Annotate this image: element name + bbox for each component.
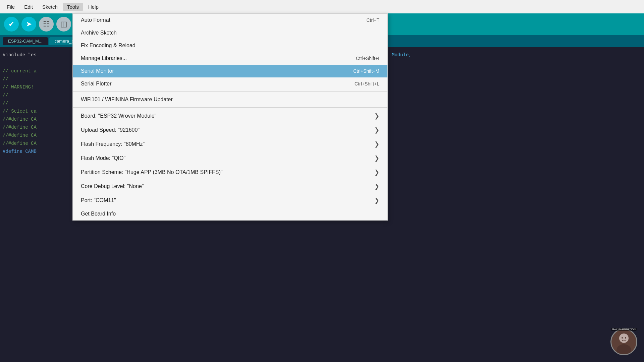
menu-wifi101[interactable]: WiFi101 / WiFiNINA Firmware Updater (73, 93, 387, 106)
serial-plotter-shortcut: Ctrl+Shift+L (355, 81, 379, 86)
serial-monitor-shortcut: Ctrl+Shift+M (353, 68, 379, 74)
code-line-5: // WARNING! (3, 83, 69, 91)
menu-file[interactable]: File (3, 3, 19, 11)
code-line-10: //#define CA (3, 123, 69, 131)
menu-board[interactable]: Board: "ESP32 Wrover Module" ❯ (73, 109, 387, 123)
svg-point-1 (619, 334, 629, 343)
divider-1 (73, 92, 387, 92)
code-line-7: // (3, 99, 69, 107)
menu-sketch[interactable]: Sketch (38, 3, 62, 11)
board-label: Board: "ESP32 Wrover Module" (81, 113, 156, 119)
menu-manage-libraries[interactable]: Manage Libraries... Ctrl+Shift+I (73, 52, 387, 65)
archive-sketch-label: Archive Sketch (81, 30, 117, 36)
auto-format-label: Auto Format (81, 17, 110, 23)
get-board-info-label: Get Board Info (81, 211, 116, 217)
code-line-2 (3, 59, 69, 67)
avatar-label: MAX IMAGINATION (611, 328, 637, 331)
menu-edit[interactable]: Edit (20, 3, 37, 11)
manage-libraries-shortcut: Ctrl+Shift+I (356, 56, 379, 61)
port-arrow-icon: ❯ (374, 197, 379, 204)
tab-main[interactable]: ESP32-CAM_M... (3, 37, 48, 45)
code-line-9: //#define CA (3, 115, 69, 123)
code-line-4: // (3, 75, 69, 83)
menu-fix-encoding[interactable]: Fix Encoding & Reload (73, 39, 387, 52)
menu-help[interactable]: Help (84, 3, 103, 11)
upload-speed-label: Upload Speed: "921600" (81, 127, 140, 133)
menu-archive-sketch[interactable]: Archive Sketch (73, 26, 387, 39)
verify-button[interactable]: ✔ (4, 17, 19, 32)
new-button[interactable]: ☷ (39, 17, 54, 32)
core-debug-arrow-icon: ❯ (374, 183, 379, 190)
menu-auto-format[interactable]: Auto Format Ctrl+T (73, 14, 387, 26)
board-arrow-icon: ❯ (374, 112, 379, 120)
code-editor-right: Module, (389, 47, 414, 63)
menu-flash-frequency[interactable]: Flash Frequency: "80MHz" ❯ (73, 137, 387, 151)
code-line-12: //#define CA (3, 139, 69, 147)
divider-2 (73, 107, 387, 108)
menu-flash-mode[interactable]: Flash Mode: "QIO" ❯ (73, 151, 387, 165)
partition-scheme-arrow-icon: ❯ (374, 169, 379, 176)
auto-format-shortcut: Ctrl+T (367, 17, 380, 23)
partition-scheme-label: Partition Scheme: "Huge APP (3MB No OTA/… (81, 169, 222, 175)
code-right-module: Module, (392, 51, 412, 59)
serial-plotter-label: Serial Plotter (81, 81, 112, 87)
code-editor-left: #include "es // current a // // WARNING!… (0, 47, 72, 362)
menu-get-board-info[interactable]: Get Board Info (73, 207, 387, 220)
flash-frequency-arrow-icon: ❯ (374, 140, 379, 148)
fix-encoding-label: Fix Encoding & Reload (81, 43, 136, 49)
avatar-image (611, 329, 636, 354)
code-line-8: // Select ca (3, 107, 69, 115)
menubar: File Edit Sketch Tools Help (0, 0, 644, 13)
serial-button[interactable]: ◫ (56, 17, 71, 32)
menu-upload-speed[interactable]: Upload Speed: "921600" ❯ (73, 123, 387, 137)
menu-tools[interactable]: Tools (63, 3, 83, 11)
svg-point-3 (622, 337, 623, 339)
serial-monitor-label: Serial Monitor (81, 68, 114, 74)
menu-port[interactable]: Port: "COM11" ❯ (73, 193, 387, 207)
menu-serial-plotter[interactable]: Serial Plotter Ctrl+Shift+L (73, 77, 387, 90)
code-line-11: //#define CA (3, 131, 69, 139)
manage-libraries-label: Manage Libraries... (81, 55, 127, 61)
tools-dropdown: Auto Format Ctrl+T Archive Sketch Fix En… (72, 13, 388, 221)
code-line-1: #include "es (3, 51, 69, 59)
code-line-3: // current a (3, 67, 69, 75)
port-label: Port: "COM11" (81, 197, 116, 203)
code-line-6: // (3, 91, 69, 99)
avatar-container: MAX IMAGINATION (610, 328, 637, 355)
wifi101-label: WiFi101 / WiFiNINA Firmware Updater (81, 97, 173, 103)
avatar (610, 328, 637, 355)
core-debug-label: Core Debug Level: "None" (81, 183, 144, 189)
flash-frequency-label: Flash Frequency: "80MHz" (81, 141, 145, 147)
upload-speed-arrow-icon: ❯ (374, 126, 379, 134)
menu-partition-scheme[interactable]: Partition Scheme: "Huge APP (3MB No OTA/… (73, 165, 387, 179)
upload-button[interactable]: ➤ (21, 17, 36, 32)
flash-mode-label: Flash Mode: "QIO" (81, 155, 125, 161)
menu-serial-monitor[interactable]: Serial Monitor Ctrl+Shift+M (73, 65, 387, 77)
menu-core-debug[interactable]: Core Debug Level: "None" ❯ (73, 179, 387, 193)
flash-mode-arrow-icon: ❯ (374, 155, 379, 162)
code-line-13: #define CAMB (3, 147, 69, 156)
svg-point-4 (625, 337, 626, 339)
